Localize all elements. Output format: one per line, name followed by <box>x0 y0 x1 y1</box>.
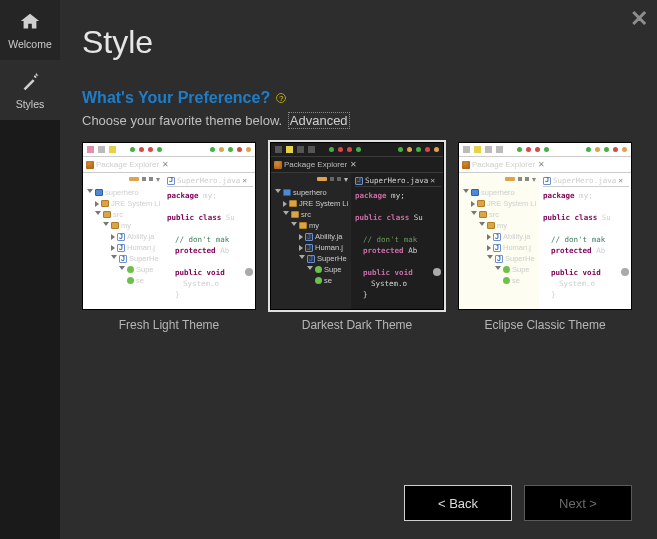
sidebar: Welcome Styles <box>0 0 60 539</box>
thumb-tree: ▾ superhero JRE System Li src my JAbilit… <box>271 173 351 309</box>
help-icon[interactable]: ? <box>276 93 286 103</box>
back-button[interactable]: < Back <box>404 485 512 521</box>
package-icon <box>86 161 94 169</box>
preference-description-text: Choose your favorite theme below. <box>82 113 286 128</box>
thumb-tree: ▾ superhero JRE System Li src my JAbilit… <box>83 173 163 309</box>
sidebar-tab-label: Styles <box>16 98 45 110</box>
thumb-toolbar <box>83 143 255 157</box>
tab-close-icon: ✕ <box>350 160 357 169</box>
thumb-editor: JSuperHero.java✕ package my; public clas… <box>163 173 255 309</box>
sidebar-tab-welcome[interactable]: Welcome <box>0 0 60 60</box>
theme-thumb-eclipse-classic[interactable]: Package Explorer ✕ ▾ superhero JRE Syste… <box>458 142 632 310</box>
next-button[interactable]: Next > <box>524 485 632 521</box>
thumb-toolbar <box>459 143 631 157</box>
main-panel: ✕ Style What's Your Preference? ? Choose… <box>60 0 657 539</box>
theme-thumb-fresh-light[interactable]: Package Explorer ✕ ▾ superhero JRE Syste… <box>82 142 256 310</box>
theme-thumb-darkest-dark[interactable]: Package Explorer ✕ ▾ superhero JRE Syste… <box>270 142 444 310</box>
advanced-link[interactable]: Advanced <box>288 112 350 129</box>
thumb-tabbar: Package Explorer ✕ <box>83 157 255 173</box>
tab-close-icon: ✕ <box>162 160 169 169</box>
theme-card-darkest-dark: Package Explorer ✕ ▾ superhero JRE Syste… <box>270 142 444 332</box>
theme-card-row: Package Explorer ✕ ▾ superhero JRE Syste… <box>82 142 632 332</box>
theme-card-fresh-light: Package Explorer ✕ ▾ superhero JRE Syste… <box>82 142 256 332</box>
thumb-tabbar: Package Explorer ✕ <box>271 157 443 173</box>
theme-caption: Fresh Light Theme <box>119 318 220 332</box>
preference-question: What's Your Preference? <box>82 89 270 107</box>
wand-icon <box>18 70 42 94</box>
package-icon <box>462 161 470 169</box>
thumb-toolbar <box>271 143 443 157</box>
preference-heading-row: What's Your Preference? ? <box>82 89 632 107</box>
theme-card-eclipse-classic: Package Explorer ✕ ▾ superhero JRE Syste… <box>458 142 632 332</box>
package-icon <box>274 161 282 169</box>
thumb-tree: ▾ superhero JRE System Li src my JAbilit… <box>459 173 539 309</box>
thumb-editor: JSuperHero.java✕ package my; public clas… <box>351 173 443 309</box>
sidebar-tab-label: Welcome <box>8 38 52 50</box>
close-icon[interactable]: ✕ <box>630 6 648 32</box>
preference-description: Choose your favorite theme below. Advanc… <box>82 113 632 128</box>
page-title: Style <box>82 24 632 61</box>
tab-close-icon: ✕ <box>538 160 545 169</box>
home-icon <box>18 10 42 34</box>
thumb-tabbar: Package Explorer ✕ <box>459 157 631 173</box>
sidebar-tab-styles[interactable]: Styles <box>0 60 60 120</box>
theme-caption: Darkest Dark Theme <box>302 318 412 332</box>
wizard-button-row: < Back Next > <box>404 485 632 521</box>
theme-caption: Eclipse Classic Theme <box>484 318 605 332</box>
thumb-editor: JSuperHero.java✕ package my; public clas… <box>539 173 631 309</box>
